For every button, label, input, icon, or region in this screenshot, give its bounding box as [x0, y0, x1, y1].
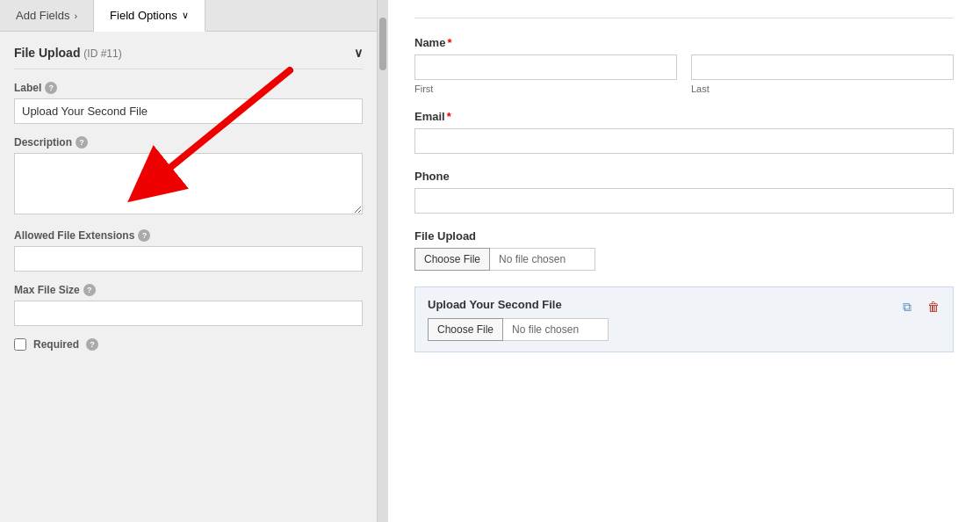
label-field-label: Label ? — [14, 82, 363, 94]
description-textarea[interactable] — [14, 153, 363, 214]
allowed-ext-field-group: Allowed File Extensions ? — [14, 229, 363, 272]
choose-file-button[interactable]: Choose File — [414, 248, 490, 271]
max-file-size-input[interactable] — [14, 301, 363, 326]
no-file-chosen-text-2: No file chosen — [503, 318, 609, 341]
label-input[interactable] — [14, 98, 363, 124]
first-label: First — [414, 83, 677, 94]
allowed-ext-label: Allowed File Extensions ? — [14, 229, 363, 242]
tab-field-options-label: Field Options — [110, 9, 177, 22]
max-file-size-group: Max File Size ? — [14, 284, 363, 326]
required-help-icon[interactable]: ? — [86, 338, 98, 351]
description-field-group: Description ? — [14, 136, 363, 217]
name-required-star: * — [447, 36, 451, 49]
required-row: Required ? — [14, 338, 363, 351]
required-checkbox[interactable] — [14, 338, 26, 351]
max-file-size-label: Max File Size ? — [14, 284, 363, 296]
tab-add-fields[interactable]: Add Fields › — [0, 0, 94, 31]
top-divider — [414, 18, 954, 18]
field-type-title: File Upload (ID #11) — [14, 46, 122, 60]
tab-bar: Add Fields › Field Options ∨ — [0, 0, 377, 32]
copy-icon[interactable]: ⧉ — [897, 296, 918, 317]
email-label: Email * — [414, 110, 954, 123]
file-upload-row: Choose File No file chosen — [414, 248, 954, 271]
field-title-bar: File Upload (ID #11) ∨ — [14, 46, 363, 69]
allowed-ext-input[interactable] — [14, 246, 363, 272]
field-options-arrow-icon: ∨ — [182, 10, 189, 21]
last-label: Last — [691, 83, 954, 94]
file-upload-field-group: File Upload Choose File No file chosen — [414, 229, 954, 271]
name-label: Name * — [414, 36, 954, 49]
trash-icon[interactable]: 🗑 — [923, 296, 944, 317]
second-file-upload-row: Choose File No file chosen — [428, 318, 940, 341]
name-field-group: Name * First Last — [414, 36, 954, 94]
required-label: Required ? — [33, 338, 98, 351]
phone-label: Phone — [414, 170, 954, 183]
add-fields-arrow-icon: › — [74, 11, 77, 21]
file-upload-label: File Upload — [414, 229, 954, 243]
tab-field-options[interactable]: Field Options ∨ — [94, 0, 205, 32]
description-help-icon[interactable]: ? — [76, 136, 88, 149]
tab-add-fields-label: Add Fields — [16, 9, 69, 22]
choose-file-button-2[interactable]: Choose File — [428, 318, 503, 341]
upload-second-file-section: Upload Your Second File ⧉ 🗑 Choose File … — [414, 286, 954, 352]
email-required-star: * — [447, 110, 451, 123]
phone-field-group: Phone — [414, 170, 954, 214]
upload-section-actions: ⧉ 🗑 — [897, 296, 944, 317]
scrollbar-thumb[interactable] — [379, 18, 386, 70]
label-field-group: Label ? — [14, 82, 363, 124]
panel-body: File Upload (ID #11) ∨ Label ? Descripti… — [0, 32, 377, 522]
form-preview-panel: Name * First Last Email * Phone — [388, 0, 980, 522]
allowed-ext-help-icon[interactable]: ? — [138, 229, 150, 242]
last-name-input[interactable] — [691, 54, 954, 80]
first-name-input[interactable] — [414, 54, 677, 80]
first-name-col: First — [414, 54, 677, 94]
scrollbar[interactable] — [378, 0, 388, 522]
email-input[interactable] — [414, 128, 954, 154]
email-field-group: Email * — [414, 110, 954, 154]
field-title-chevron-icon[interactable]: ∨ — [354, 46, 363, 60]
name-inputs-row: First Last — [414, 54, 954, 94]
max-file-size-help-icon[interactable]: ? — [83, 284, 96, 296]
description-field-label: Description ? — [14, 136, 363, 149]
upload-second-title: Upload Your Second File — [428, 298, 940, 311]
no-file-chosen-text: No file chosen — [490, 248, 595, 271]
last-name-col: Last — [691, 54, 954, 94]
phone-input[interactable] — [414, 188, 954, 214]
label-help-icon[interactable]: ? — [45, 82, 57, 94]
